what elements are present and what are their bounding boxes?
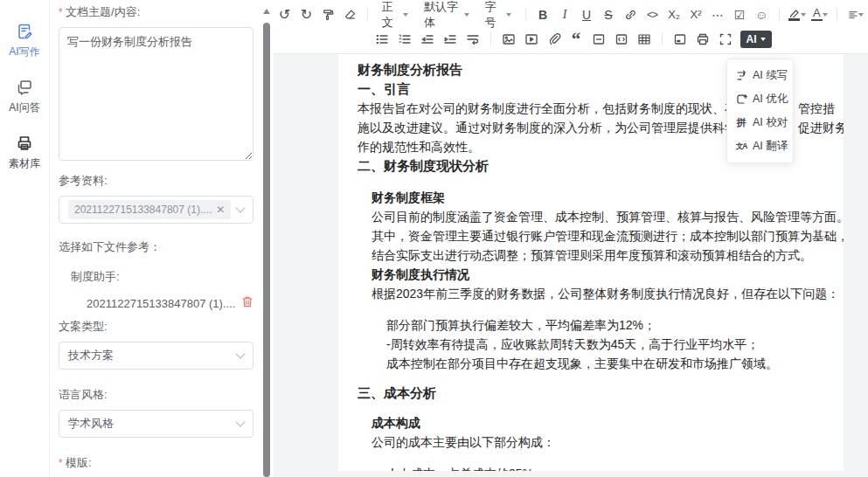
bullet-list-button[interactable]: [372, 29, 392, 50]
scrollbar-thumb[interactable]: [263, 23, 270, 477]
remove-tag-icon[interactable]: ✕: [216, 204, 225, 215]
format-painter-button[interactable]: [319, 4, 337, 25]
menu-item-label: AI 续写: [753, 68, 788, 83]
topic-label: 文档主题/内容:: [59, 4, 253, 20]
undo-button[interactable]: ↺: [275, 4, 294, 25]
chevron-down-icon: [760, 38, 766, 44]
optimize-icon: [735, 93, 747, 106]
task-list-button[interactable]: ☑: [731, 4, 749, 25]
topic-input[interactable]: 写一份财务制度分析报告: [59, 27, 253, 161]
translate-icon: 文A: [735, 141, 747, 153]
chevron-down-icon: [235, 203, 245, 212]
doc-subheading: 成本构成: [372, 413, 840, 432]
editor-toolbar: ↺ ↻ 正文 默认字体: [274, 0, 868, 54]
reference-label: 参考资料:: [59, 173, 253, 189]
material-library-icon: [0, 135, 49, 156]
delete-file-icon[interactable]: [241, 295, 253, 312]
copy-type-label: 文案类型:: [59, 319, 253, 335]
chevron-down-icon: [506, 13, 511, 19]
redo-button[interactable]: ↻: [297, 4, 316, 25]
attachment-button[interactable]: [545, 29, 564, 50]
reference-tag-text: 2021122715133847807 (1)....: [74, 204, 212, 216]
ai-writing-icon: [0, 23, 49, 44]
chevron-down-icon: [823, 13, 828, 19]
strikethrough-button[interactable]: S: [600, 4, 618, 25]
doc-subheading: 财务制度执行情况: [372, 265, 840, 284]
italic-button[interactable]: I: [556, 4, 574, 25]
highlight-color-button[interactable]: [787, 4, 806, 25]
doc-subheading: 财务制度框架: [372, 188, 840, 207]
outdent-button[interactable]: [418, 29, 437, 50]
sidebar-item-label: AI写作: [0, 45, 49, 59]
continue-writing-icon: [735, 70, 747, 82]
chevron-down-icon: [235, 349, 245, 358]
sidebar-item-label: AI问答: [0, 100, 49, 115]
page-break-button[interactable]: [670, 29, 690, 50]
chevron-down-icon: [235, 417, 245, 426]
text-wrap-button[interactable]: [463, 29, 483, 50]
reference-tag-chip: 2021122715133847807 (1).... ✕: [68, 200, 231, 219]
panel-scrollbar: [260, 0, 273, 477]
proofread-icon: 拼: [735, 117, 747, 129]
menu-item-ai-continue[interactable]: AI 续写: [727, 64, 793, 87]
language-style-label: 语言风格:: [59, 387, 253, 403]
align-button[interactable]: [845, 4, 866, 25]
emoji-button[interactable]: ☺: [753, 4, 771, 25]
print-button[interactable]: [693, 29, 712, 50]
scroll-up-arrow-icon[interactable]: [263, 5, 270, 14]
highlighter-icon: [788, 8, 801, 17]
sidebar-item-material-library[interactable]: 素材库: [0, 135, 49, 171]
code-block-button[interactable]: [612, 29, 631, 50]
inline-code-button[interactable]: <>: [643, 4, 662, 25]
fullscreen-button[interactable]: [716, 29, 735, 50]
doc-list-item: -周转效率有待提高，应收账款周转天数为45天，高于行业平均水平；: [386, 335, 840, 354]
menu-item-label: AI 优化: [753, 92, 788, 107]
insert-video-button[interactable]: [522, 29, 541, 50]
ai-writing-form-panel: 文档主题/内容: 写一份财务制度分析报告 参考资料: 2021122715133…: [51, 0, 260, 477]
indent-button[interactable]: [441, 29, 460, 50]
horizontal-rule-button[interactable]: ⋯: [709, 4, 727, 25]
blockquote-button[interactable]: “: [567, 29, 586, 50]
ai-qa-icon: [0, 79, 49, 100]
insert-image-button[interactable]: [499, 29, 518, 50]
doc-list-item: 人力成本：占总成本的35%；: [386, 464, 840, 471]
font-family-select[interactable]: 默认字体: [418, 4, 475, 25]
chevron-down-icon: [403, 13, 408, 19]
menu-item-ai-translate[interactable]: 文A AI 翻译: [727, 135, 793, 158]
ai-tools-button[interactable]: AI: [740, 31, 772, 48]
doc-list-item: 成本控制在部分项目中存在超支现象，主要集中在研发和市场推广领域。: [386, 354, 840, 373]
divider-button[interactable]: [589, 29, 608, 50]
doc-paragraph-line: 公司目前的制度涵盖了资金管理、成本控制、预算管理、核算与报告、风险管理等方面。: [372, 207, 840, 226]
eraser-button[interactable]: [341, 4, 359, 25]
doc-paragraph-line: 结合实际支出进行动态调整；预算管理则采用年度预算和滚动预算相结合的方式。: [372, 245, 840, 265]
file-name: 2021122715133847807 (1)....: [87, 297, 241, 310]
doc-paragraph-line: 其中，资金管理主要通过银行账户管理和现金流预测进行；成本控制以部门预算为基础，: [372, 226, 840, 245]
menu-item-ai-optimize[interactable]: AI 优化: [727, 87, 793, 111]
bold-button[interactable]: B: [534, 4, 552, 25]
ai-tools-menu: AI 续写 AI 优化 拼 AI 校对 文A AI 翻译: [726, 59, 794, 163]
font-size-select[interactable]: 字号: [479, 4, 517, 25]
file-select-label: 选择如下文件参考：: [59, 239, 253, 255]
underline-button[interactable]: U: [578, 4, 596, 25]
sidebar-item-label: 素材库: [0, 156, 49, 171]
copy-type-select[interactable]: 技术方案: [59, 342, 253, 370]
file-row: 2021122715133847807 (1)....: [87, 295, 253, 312]
sidebar-item-ai-writing[interactable]: AI写作: [0, 23, 49, 59]
paragraph-style-select[interactable]: 正文: [376, 4, 414, 25]
superscript-button[interactable]: X²: [687, 4, 705, 25]
doc-paragraph-line: 根据2023年前三季度的财务数据，公司整体财务制度执行情况良好，但存在以下问题：: [372, 284, 840, 303]
insert-table-button[interactable]: [635, 29, 654, 50]
chevron-down-icon: [801, 13, 806, 19]
menu-item-ai-proofread[interactable]: 拼 AI 校对: [727, 111, 793, 135]
reference-select[interactable]: 2021122715133847807 (1).... ✕: [59, 196, 253, 224]
chevron-down-icon: [858, 13, 864, 19]
sidebar-item-ai-qa[interactable]: AI问答: [0, 79, 49, 115]
ordered-list-button[interactable]: [395, 29, 414, 50]
doc-list-item: 部分部门预算执行偏差较大，平均偏差率为12%；: [386, 315, 840, 335]
language-style-select[interactable]: 学术风格: [59, 410, 253, 438]
link-button[interactable]: [621, 4, 640, 25]
subscript-button[interactable]: X₂: [665, 4, 684, 25]
font-color-button[interactable]: A: [810, 4, 830, 25]
nav-rail: AI写作 AI问答 素材库: [0, 0, 50, 477]
copy-type-value: 技术方案: [68, 348, 237, 363]
